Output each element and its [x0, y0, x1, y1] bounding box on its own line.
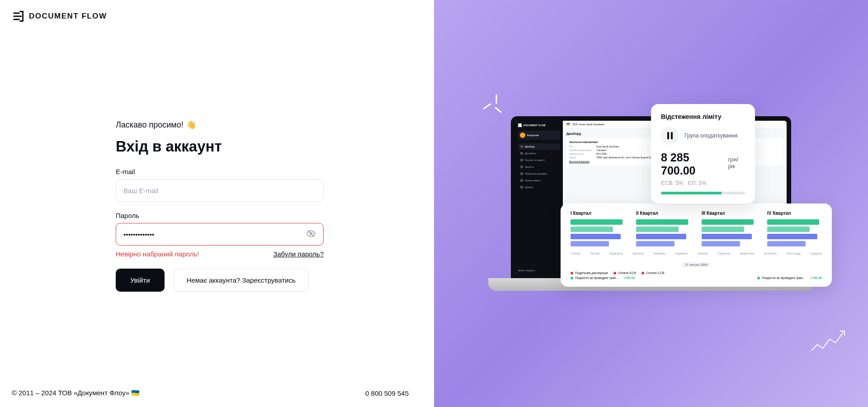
- growth-arrow-icon: [809, 326, 850, 357]
- event-4-amount: +760.00: [623, 276, 635, 279]
- password-field[interactable]: [116, 223, 324, 246]
- event-3: Сплата ССВ: [646, 271, 664, 274]
- quarters-card: I Квартал II Квартал III Квартал IV Квар…: [561, 204, 832, 287]
- email-label: E-mail: [116, 168, 324, 175]
- month-4: Квітень: [633, 252, 644, 255]
- month-12: Грудень: [810, 252, 822, 255]
- welcome-label: Ласкаво просимо!: [116, 120, 184, 130]
- events-row-1: Податкова декларація Сплата ЄСВ Сплата С…: [571, 271, 822, 274]
- toggle-password-button[interactable]: [305, 227, 317, 241]
- svg-line-4: [495, 108, 501, 112]
- quarter-2-title: II Квартал: [636, 211, 691, 216]
- event-5-amount: +760.00: [811, 276, 822, 279]
- preview-nav-dashboard: Дашборд: [518, 143, 560, 150]
- footer-phone: 0 800 509 545: [365, 389, 409, 397]
- month-8: Серпень: [717, 252, 730, 255]
- limit-group-label: Група оподаткування: [684, 132, 737, 139]
- group-badge: [661, 127, 679, 145]
- logo-text: DOCUMENT FLOW: [29, 12, 107, 21]
- limit-progress: [661, 192, 745, 194]
- month-1: Січень: [571, 252, 580, 255]
- copyright: © 2011 – 2024 ТОВ «Документ Флоу» 🇺🇦: [12, 389, 140, 397]
- page-title: Вхід в аккаунт: [116, 138, 324, 155]
- preview-logo-text: DOCUMENT FLOW: [524, 124, 546, 127]
- password-label: Пароль: [116, 212, 324, 219]
- event-2: Сплата ЄСВ: [618, 271, 636, 274]
- limit-progress-bar: [661, 192, 722, 194]
- limit-rates: ЄСВ: 5% ЄП: 5%: [661, 180, 745, 186]
- pause-icon: [667, 132, 673, 139]
- events-row-2: Покриття за проведені тран… +760.00 Покр…: [571, 276, 822, 279]
- flag-icon: [566, 123, 570, 126]
- month-5: Травень: [653, 252, 665, 255]
- rate-esv: ЄСВ: 5%: [661, 180, 683, 186]
- password-error: Невірно набраний пароль!: [116, 250, 199, 258]
- limit-unit: грн/рік: [728, 156, 745, 170]
- svg-line-2: [484, 104, 491, 109]
- forgot-password-link[interactable]: Забули пароль?: [273, 250, 324, 258]
- quarter-3: III Квартал: [702, 211, 756, 246]
- month-10: Жовтень: [764, 252, 777, 255]
- limit-card: Відстеження ліміту Група оподаткування 8…: [651, 104, 755, 204]
- months-row: Січень Лютий Березень Квітень Травень Че…: [571, 252, 822, 255]
- register-button[interactable]: Немає аккаунта? Зареєструватись: [174, 269, 309, 292]
- preview-nav-documents: Документи: [518, 150, 560, 156]
- email-field[interactable]: [116, 179, 324, 202]
- quarter-1: I Квартал: [571, 211, 625, 246]
- eye-off-icon: [307, 229, 316, 238]
- date-chip: 27 лютого 2099: [681, 262, 711, 267]
- preview-nav-invoices: Рахунки та гарантії: [518, 157, 560, 163]
- preview-logout: Вийти з акаунту: [518, 269, 535, 272]
- limit-amount: 8 285 700.00: [661, 151, 725, 177]
- preview-nav-settings: Налаштування: [518, 177, 560, 184]
- event-5: Покриття за проведені тран…: [762, 276, 806, 279]
- quarter-4: IV Квартал: [767, 211, 822, 246]
- quarter-4-title: IV Квартал: [767, 211, 822, 216]
- welcome-text: Ласкаво просимо! 👋: [116, 120, 324, 130]
- event-1: Податкова декларація: [575, 271, 608, 274]
- login-button[interactable]: Увійти: [116, 269, 165, 292]
- preview-user: Владислав: [527, 134, 539, 137]
- quarter-1-title: I Квартал: [571, 211, 625, 216]
- quarter-2: II Квартал: [636, 211, 691, 246]
- preview-nav-help: Цінники: [518, 184, 560, 190]
- month-7: Липень: [697, 252, 708, 255]
- sparkle-icon: [479, 90, 506, 118]
- quarter-3-title: III Квартал: [702, 211, 756, 216]
- logo-icon: [12, 10, 24, 23]
- copyright-text: © 2011 – 2024 ТОВ «Документ Флоу»: [12, 389, 129, 397]
- preview-sidebar: DOCUMENT FLOW Владислав Дашборд Документ…: [515, 121, 563, 274]
- month-2: Лютий: [590, 252, 599, 255]
- month-3: Березень: [609, 252, 623, 255]
- month-11: Листопад: [787, 252, 801, 255]
- preview-topbar-user: ФОП: Козак Сергій Сергійович: [573, 123, 604, 126]
- flag-icon: 🇺🇦: [131, 389, 140, 397]
- limit-title: Відстеження ліміту: [661, 113, 745, 120]
- rate-ep: ЄП: 5%: [688, 180, 706, 186]
- preview-nav-reports: Звітність: [518, 164, 560, 170]
- wave-icon: 👋: [186, 120, 196, 130]
- preview-nav-agents: Юридична підтримка: [518, 170, 560, 177]
- brand-logo: DOCUMENT FLOW: [12, 10, 422, 23]
- month-9: Вересень: [740, 252, 754, 255]
- event-4: Покриття за проведені тран…: [575, 276, 619, 279]
- month-6: Червень: [675, 252, 688, 255]
